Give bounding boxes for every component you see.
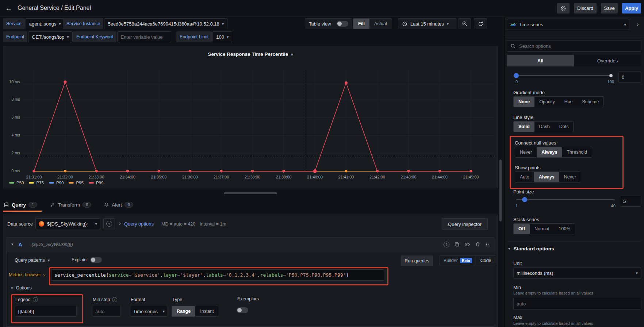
service-label: Service (3, 18, 25, 29)
collapse-pane-icon[interactable]: › (637, 21, 639, 27)
eye-icon[interactable] (464, 242, 470, 247)
service-instance-dropdown[interactable]: 5eed0e5758a244aca6e7699415d360aa@10.52.0… (104, 18, 227, 29)
metrics-browser-toggle[interactable]: Metrics browser › (9, 272, 45, 277)
search-options-input[interactable] (518, 43, 637, 49)
radio-option-dash[interactable]: Dash (534, 122, 555, 132)
x-axis-tick: 21:37:00 (214, 175, 229, 179)
table-view-toggle[interactable] (337, 21, 348, 27)
connect-nulls-label: Connect null values (515, 140, 556, 146)
legend-item-p90[interactable]: P90 (49, 181, 64, 185)
endpoint-dropdown[interactable]: GET:/songs/top▾ (28, 31, 72, 42)
tab-alert[interactable]: Alert 0 (104, 199, 133, 210)
endpoint-keyword-label: Endpoint Keyword (73, 31, 116, 42)
unit-select[interactable]: milliseconds (ms) ▾ (513, 267, 641, 279)
tab-all[interactable]: All (507, 55, 574, 66)
visualization-picker[interactable]: Time series ▾ (507, 19, 629, 30)
save-button[interactable]: Save (601, 3, 618, 14)
min-input[interactable] (513, 298, 641, 309)
datasource-help-button[interactable]: ? (103, 218, 115, 229)
standard-options-toggle[interactable]: ▾ Standard options (508, 246, 554, 251)
legend-format-input[interactable] (15, 306, 77, 317)
radio-option-instant[interactable]: Instant (195, 306, 219, 316)
time-series-chart[interactable] (22, 68, 496, 177)
exemplars-toggle[interactable] (237, 307, 248, 313)
legend-item-p75[interactable]: P75 (29, 181, 43, 185)
x-axis-tick: 21:39:00 (276, 175, 292, 179)
point-size-slider-track[interactable] (516, 199, 615, 200)
radio-option-dots[interactable]: Dots (555, 122, 574, 132)
endpoint-limit-dropdown[interactable]: 100▾ (212, 31, 232, 42)
tab-transform[interactable]: Transform 0 (50, 199, 91, 210)
point-size-value-input[interactable] (620, 196, 641, 207)
options-section-toggle[interactable]: ▾ Options (11, 285, 32, 291)
builder-mode-button[interactable]: Builder Beta (440, 256, 476, 265)
legend-item-p99[interactable]: P99 (89, 181, 103, 185)
query-patterns-dropdown[interactable]: Query patterns ▾ (15, 258, 50, 263)
query-inspector-button[interactable]: Query inspector (442, 218, 488, 230)
back-button[interactable]: ← (4, 3, 14, 13)
panel-title[interactable]: Service Response Time Percentile ▾ (3, 51, 498, 57)
trash-icon[interactable] (475, 242, 480, 247)
duplicate-icon[interactable] (454, 242, 460, 247)
legend-item-p95[interactable]: P95 (69, 181, 83, 185)
gear-icon (560, 5, 566, 11)
legend-item-p50[interactable]: P50 (9, 181, 24, 185)
radio-option-always[interactable]: Always (534, 172, 559, 182)
opacity-slider-handle[interactable] (514, 73, 519, 78)
unit-label: Unit (513, 261, 522, 266)
tab-overrides[interactable]: Overrides (574, 55, 641, 66)
radio-option-solid[interactable]: Solid (514, 122, 534, 132)
opacity-slider-track[interactable] (516, 75, 613, 76)
code-mode-button[interactable]: Code (476, 256, 496, 265)
search-options-box[interactable] (507, 40, 641, 52)
discard-button[interactable]: Discard (574, 3, 597, 14)
radio-option-range[interactable]: Range (172, 306, 195, 316)
radio-option-scheme[interactable]: Scheme (578, 97, 604, 107)
query-row-a-header[interactable]: ▾ A (${DS_SkyWalking}) ? (7, 238, 494, 251)
radio-option-fill[interactable]: Fill (353, 19, 369, 29)
radio-option-off[interactable]: Off (514, 224, 530, 234)
drag-handle-icon[interactable] (485, 242, 490, 247)
query-code-input[interactable]: service_percentile{service='$service', l… (51, 269, 384, 281)
help-icon[interactable]: ? (444, 242, 449, 247)
radio-option-never[interactable]: Never (515, 147, 537, 157)
point-size-slider-handle[interactable] (522, 197, 527, 202)
format-select[interactable]: Time series ▾ (130, 306, 168, 317)
radio-option-none[interactable]: None (514, 97, 534, 107)
main-scrollbar-thumb[interactable] (499, 159, 502, 222)
endpoint-keyword-input[interactable] (117, 31, 171, 42)
radio-option-opacity[interactable]: Opacity (534, 97, 559, 107)
radio-option-normal[interactable]: Normal (530, 224, 554, 234)
tab-query[interactable]: Query 1 (4, 199, 37, 210)
radio-option-100-[interactable]: 100% (554, 224, 575, 234)
query-token: layer (163, 272, 177, 278)
chevron-down-icon[interactable]: ▾ (11, 242, 14, 246)
radio-option-hue[interactable]: Hue (560, 97, 578, 107)
chevron-down-icon: ▾ (222, 22, 224, 26)
query-options-toggle[interactable]: Query options (124, 221, 154, 227)
radio-option-auto[interactable]: Auto (515, 172, 534, 182)
radio-option-actual[interactable]: Actual (369, 19, 392, 29)
radio-option-never[interactable]: Never (559, 172, 581, 182)
explain-toggle[interactable] (90, 257, 102, 263)
line-style-group: SolidDashDots (513, 121, 574, 132)
zoom-out-button[interactable] (459, 18, 471, 29)
refresh-button[interactable] (474, 18, 487, 29)
y-axis-tick: 10 ms (4, 80, 20, 84)
x-axis-tick: 21:36:00 (182, 175, 198, 179)
panel-resize-handle[interactable] (224, 192, 277, 194)
min-step-input[interactable] (92, 306, 120, 317)
run-queries-button[interactable]: Run queries (401, 255, 433, 266)
time-range-picker[interactable]: Last 15 minutes ▾ (398, 18, 456, 29)
datasource-picker[interactable]: ${DS_SkyWalking} ▾ (35, 218, 100, 229)
apply-button[interactable]: Apply (622, 3, 641, 14)
service-dropdown[interactable]: agent::songs▾ (26, 18, 65, 29)
radio-option-always[interactable]: Always (537, 147, 562, 157)
opacity-value-input[interactable] (618, 72, 641, 82)
panel-settings-button[interactable] (557, 3, 570, 14)
query-token: '0,1,2,3,4' (226, 272, 257, 278)
query-token: '$layer' (180, 272, 203, 278)
sidebar-tabs: All Overrides (507, 55, 641, 66)
x-axis-tick: 21:41:00 (338, 175, 354, 179)
radio-option-threshold[interactable]: Threshold (562, 147, 592, 157)
